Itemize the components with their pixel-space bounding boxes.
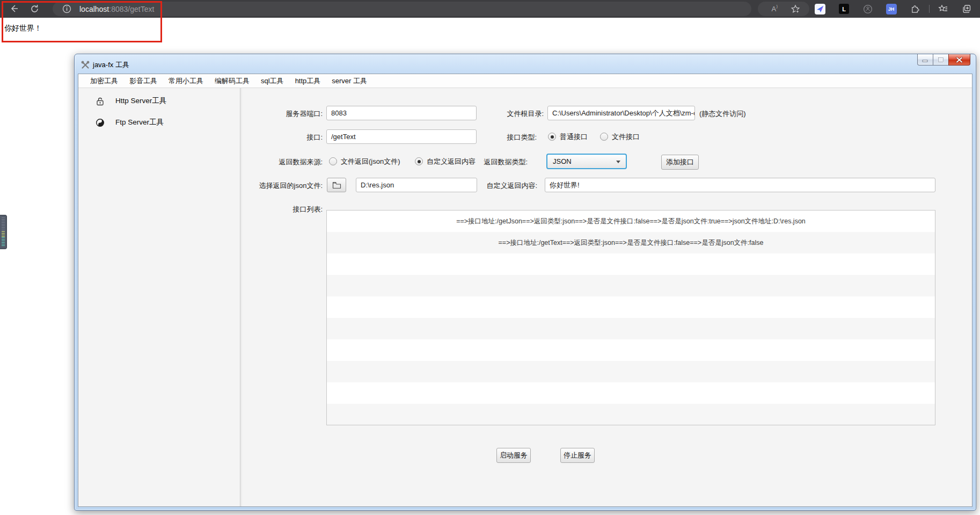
- sidebar-item-http-server[interactable]: Http Server工具: [78, 92, 240, 110]
- api-listview[interactable]: ==>接口地址:/getJson==>返回类型:json==>是否是文件接口:f…: [326, 210, 935, 425]
- menu-encrypt-tools[interactable]: 加密工具: [86, 74, 122, 88]
- api-label: 接口:: [243, 133, 323, 142]
- http-server-form: 服务器端口: 8083 文件根目录: C:\Users\Administrato…: [243, 88, 972, 506]
- radio-icon: [329, 157, 337, 165]
- radio-file-api[interactable]: 文件接口: [600, 129, 640, 144]
- file-root-label: 文件根目录:: [447, 109, 544, 119]
- window-title: java-fx 工具: [93, 60, 129, 70]
- sidebar-item-label: Ftp Server工具: [115, 118, 164, 127]
- list-item[interactable]: [327, 318, 935, 339]
- extension-l-icon[interactable]: L: [838, 3, 850, 14]
- return-type-label: 返回数据类型:: [447, 157, 528, 167]
- file-root-input[interactable]: C:\Users\Administrator\Desktop\个人文档\zm-c: [547, 106, 695, 120]
- list-item[interactable]: ==>接口地址:/getText==>返回类型:json==>是否是文件接口:f…: [327, 232, 935, 253]
- folder-icon: [332, 182, 341, 189]
- window-content: 加密工具 影音工具 常用小工具 编解码工具 sql工具 http工具 serve…: [78, 74, 972, 507]
- combobox-value: JSON: [553, 157, 572, 165]
- api-type-label: 接口类型:: [447, 133, 537, 142]
- radio-label: 文件返回(json文件): [341, 157, 400, 166]
- menubar: 加密工具 影音工具 常用小工具 编解码工具 sql工具 http工具 serve…: [78, 74, 972, 88]
- javafx-tool-window: java-fx 工具 加密工具 影音工具 常用小工具 编解码工具 sql工具 h…: [74, 54, 976, 511]
- sidebar-item-ftp-server[interactable]: Ftp Server工具: [78, 114, 240, 131]
- menu-server-tools[interactable]: server 工具: [327, 74, 371, 88]
- tools-icon: [81, 61, 90, 69]
- radio-file-return[interactable]: 文件返回(json文件): [329, 154, 400, 169]
- menu-http-tools[interactable]: http工具: [291, 74, 325, 88]
- toolbar-actions-pill: [758, 2, 809, 16]
- add-favorite-icon[interactable]: [789, 3, 801, 14]
- list-item[interactable]: ==>接口地址:/getJson==>返回类型:json==>是否是文件接口:f…: [327, 211, 935, 232]
- custom-content-input[interactable]: 你好世界!: [545, 178, 935, 192]
- sidebar-item-label: Http Server工具: [115, 96, 166, 106]
- minimize-button[interactable]: [917, 54, 933, 66]
- extension-bird-icon[interactable]: [814, 3, 825, 14]
- extension-circle-icon[interactable]: [862, 3, 873, 14]
- widget-yellow-bars: [2, 231, 5, 237]
- lock-icon: [96, 97, 105, 106]
- widget-teal-bars: [2, 237, 5, 246]
- radio-icon: [548, 133, 556, 141]
- window-body: Http Server工具 Ftp Server工具 服务器端口: 8083 文…: [78, 88, 972, 506]
- radio-label: 文件接口: [612, 132, 640, 142]
- list-item[interactable]: [327, 296, 935, 318]
- api-list-label: 接口列表:: [243, 205, 323, 214]
- address-bar[interactable]: [53, 2, 751, 16]
- stop-service-button[interactable]: 停止服务: [560, 448, 595, 463]
- menu-sql-tools[interactable]: sql工具: [257, 74, 288, 88]
- server-port-label: 服务器端口:: [243, 109, 323, 119]
- add-api-button[interactable]: 添加接口: [661, 155, 699, 170]
- list-item[interactable]: [327, 253, 935, 275]
- radio-icon: [600, 133, 608, 141]
- radio-normal-api[interactable]: 普通接口: [548, 129, 588, 144]
- site-info-icon[interactable]: [60, 2, 73, 15]
- close-button[interactable]: [948, 54, 970, 66]
- chevron-down-icon: [616, 161, 620, 163]
- custom-content-label: 自定义返回内容:: [447, 181, 537, 191]
- menu-codec-tools[interactable]: 编解码工具: [210, 74, 254, 88]
- start-service-button[interactable]: 启动服务: [496, 448, 531, 463]
- static-access-note: (静态文件访问): [699, 109, 807, 119]
- url-path: :8083/getText: [109, 5, 154, 13]
- return-type-combobox[interactable]: JSON: [546, 154, 627, 169]
- browser-toolbar: localhost:8083/getText A⟩ L JH: [0, 0, 980, 18]
- menu-media-tools[interactable]: 影音工具: [125, 74, 162, 88]
- docked-side-widget[interactable]: [0, 215, 7, 249]
- widget-gray-bars: [2, 217, 5, 231]
- menu-common-tools[interactable]: 常用小工具: [164, 74, 208, 88]
- read-aloud-icon[interactable]: A⟩: [769, 3, 780, 14]
- list-item[interactable]: [327, 275, 935, 296]
- url-text[interactable]: localhost:8083/getText: [79, 0, 154, 18]
- collections-icon[interactable]: [961, 3, 972, 14]
- refresh-icon[interactable]: [28, 2, 41, 15]
- globe-swirl-icon: [96, 118, 105, 127]
- window-controls: [918, 54, 970, 66]
- url-host: localhost: [79, 5, 109, 13]
- data-source-label: 返回数据来源:: [243, 157, 323, 167]
- list-item[interactable]: [327, 404, 935, 425]
- json-file-label: 选择返回的json文件:: [243, 181, 323, 191]
- maximize-button[interactable]: [933, 54, 949, 66]
- page-body-text: 你好世界！: [4, 24, 42, 33]
- list-item[interactable]: [327, 382, 935, 404]
- radio-label: 普通接口: [560, 132, 588, 142]
- radio-icon: [415, 157, 423, 165]
- list-item[interactable]: [327, 361, 935, 382]
- favorites-hub-icon[interactable]: [938, 3, 949, 14]
- list-item[interactable]: [327, 339, 935, 361]
- sidebar: Http Server工具 Ftp Server工具: [78, 88, 240, 506]
- window-titlebar[interactable]: java-fx 工具: [78, 56, 972, 74]
- extension-jh-icon[interactable]: JH: [886, 3, 897, 14]
- extensions-puzzle-icon[interactable]: [910, 3, 921, 14]
- choose-file-button[interactable]: [327, 178, 346, 192]
- toolbar-divider: [929, 5, 930, 13]
- back-icon[interactable]: [8, 2, 20, 15]
